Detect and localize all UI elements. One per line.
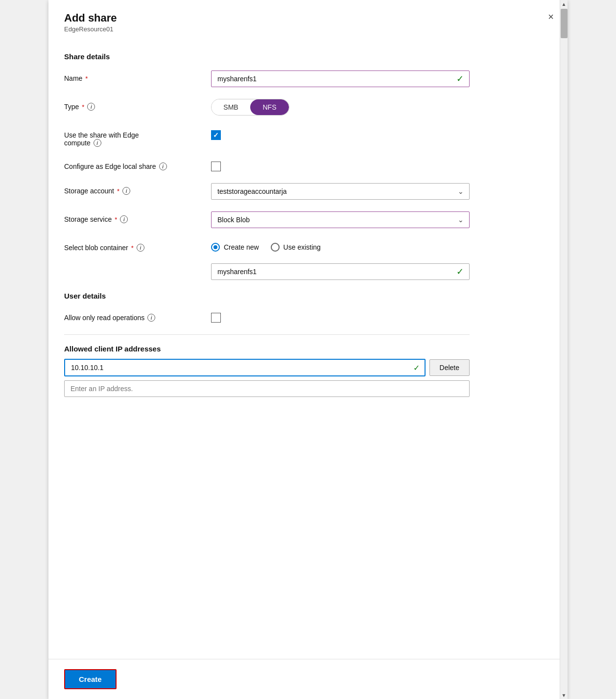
read-only-control [211,310,470,323]
blob-container-info-icon[interactable]: i [137,244,144,252]
create-button[interactable]: Create [64,669,117,689]
blob-container-label: Select blob container * i [64,240,211,252]
smb-option[interactable]: SMB [212,99,250,115]
storage-account-required: * [117,187,119,195]
edge-local-checkbox-wrap [211,159,470,171]
container-name-checkmark: ✓ [456,266,464,277]
share-details-section-label: Share details [64,52,470,61]
edge-compute-label: Use the share with Edge compute i [64,127,211,147]
storage-account-label: Storage account * i [64,183,211,195]
use-existing-option[interactable]: Use existing [271,243,321,252]
blob-container-row: Select blob container * i Create new Use… [64,240,470,252]
read-only-row: Allow only read operations i [64,310,470,323]
edge-local-row: Configure as Edge local share i [64,159,470,171]
read-only-checkbox-wrap [211,310,470,323]
close-button[interactable]: × [546,10,556,23]
use-existing-label: Use existing [284,243,321,251]
storage-service-control: Block Blob ⌄ [211,211,470,228]
use-existing-radio-outer [271,243,280,252]
type-control: SMB NFS [211,99,470,116]
name-row: Name * ✓ [64,70,470,87]
name-control: ✓ [211,70,470,87]
create-new-radio-inner [213,245,217,249]
edge-local-info-icon[interactable]: i [159,163,167,170]
ip-empty-input[interactable] [64,380,470,397]
create-new-option[interactable]: Create new [211,243,259,252]
edge-local-checkbox[interactable] [211,162,221,171]
panel-subtitle: EdgeResource01 [64,25,552,33]
ip-empty-row [64,380,470,397]
name-checkmark: ✓ [456,73,464,84]
container-name-row: ✓ [64,263,470,280]
create-new-label: Create new [224,243,259,251]
read-only-label: Allow only read operations i [64,310,211,322]
nfs-option[interactable]: NFS [250,99,289,115]
ip-input[interactable] [64,359,426,376]
edge-compute-info-icon[interactable]: i [94,139,101,147]
container-name-control: ✓ [211,263,470,280]
storage-account-info-icon[interactable]: i [122,187,130,195]
panel-header: Add share EdgeResource01 × [48,0,568,41]
name-input[interactable] [211,70,470,87]
type-required: * [82,103,84,111]
storage-service-row: Storage service * i Block Blob ⌄ [64,211,470,228]
storage-service-info-icon[interactable]: i [120,215,128,223]
ip-empty-input-wrapper [64,380,470,397]
user-details-section-label: User details [64,292,470,300]
edge-local-control [211,159,470,171]
storage-service-select-wrapper: Block Blob ⌄ [211,211,470,228]
type-toggle: SMB NFS [211,99,289,116]
type-info-icon[interactable]: i [87,103,95,111]
panel-content: Share details Name * ✓ Type * i [48,41,568,659]
blob-container-control: Create new Use existing [211,240,470,252]
storage-service-required: * [115,216,117,223]
name-input-wrapper: ✓ [211,70,470,87]
scroll-down-arrow[interactable]: ▼ [560,691,568,699]
type-label: Type * i [64,99,211,111]
ip-input-wrapper: ✓ [64,359,426,376]
name-label: Name * [64,70,211,82]
storage-account-select[interactable]: teststorageaccountarja [211,183,470,200]
storage-account-select-wrapper: teststorageaccountarja ⌄ [211,183,470,200]
blob-container-required: * [131,244,134,252]
storage-account-control: teststorageaccountarja ⌄ [211,183,470,200]
add-share-panel: ▲ ▼ Add share EdgeResource01 × Share det… [48,0,568,699]
edge-local-label: Configure as Edge local share i [64,159,211,170]
scrollbar[interactable]: ▲ ▼ [560,0,568,699]
blob-container-radio-group: Create new Use existing [211,240,470,252]
edge-compute-checkmark: ✓ [213,131,219,139]
create-new-radio-outer [211,243,220,252]
container-name-input[interactable] [211,263,470,280]
edge-compute-row: Use the share with Edge compute i ✓ [64,127,470,147]
ip-section-label: Allowed client IP addresses [64,345,470,353]
edge-compute-control: ✓ [211,127,470,140]
edge-compute-checkbox[interactable]: ✓ [211,130,221,140]
ip-checkmark: ✓ [413,363,420,373]
panel-footer: Create [48,659,568,699]
read-only-checkbox[interactable] [211,313,221,323]
delete-button[interactable]: Delete [429,359,470,376]
read-only-info-icon[interactable]: i [147,314,155,322]
container-name-input-wrapper: ✓ [211,263,470,280]
storage-service-select[interactable]: Block Blob [211,211,470,228]
ip-entry-row: ✓ Delete [64,359,470,376]
edge-compute-checkbox-wrap: ✓ [211,127,470,140]
panel-title: Add share [64,12,552,24]
name-required: * [85,75,88,82]
divider [64,334,470,335]
type-row: Type * i SMB NFS [64,99,470,116]
storage-service-label: Storage service * i [64,211,211,223]
storage-account-row: Storage account * i teststorageaccountar… [64,183,470,200]
